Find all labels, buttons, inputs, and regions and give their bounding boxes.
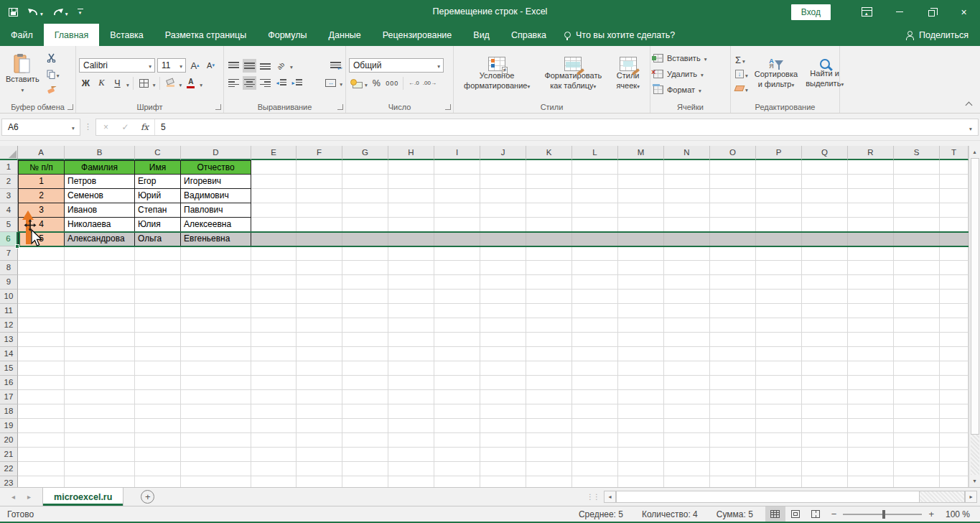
- cell-F6[interactable]: [297, 232, 342, 246]
- font-name-combo[interactable]: Calibri: [79, 58, 155, 73]
- cell-F7[interactable]: [297, 246, 342, 261]
- cell-H3[interactable]: [388, 189, 434, 203]
- selection-fill-handle[interactable]: [15, 244, 19, 249]
- column-header-D[interactable]: D: [181, 146, 251, 160]
- cell-N16[interactable]: [664, 376, 710, 390]
- vertical-scroll-thumb[interactable]: [971, 158, 979, 435]
- cell-Q12[interactable]: [802, 318, 848, 333]
- cell-I6[interactable]: [434, 232, 480, 246]
- scroll-right-arrow[interactable]: ▸: [965, 491, 977, 503]
- cell-E10[interactable]: [251, 290, 297, 304]
- cell-G4[interactable]: [342, 203, 388, 218]
- cell-N2[interactable]: [664, 175, 710, 189]
- cell-H5[interactable]: [388, 218, 434, 232]
- cell-C19[interactable]: [135, 419, 181, 433]
- cell-I12[interactable]: [434, 318, 480, 333]
- cell-N17[interactable]: [664, 390, 710, 404]
- cell-Q17[interactable]: [802, 390, 848, 404]
- cell-C8[interactable]: [135, 261, 181, 275]
- cell-D2[interactable]: Игоревич: [181, 175, 251, 189]
- cell-M17[interactable]: [618, 390, 664, 404]
- cell-A2[interactable]: 1: [18, 175, 65, 189]
- cell-T6[interactable]: [940, 232, 969, 246]
- cell-I3[interactable]: [434, 189, 480, 203]
- cell-B21[interactable]: [65, 448, 135, 462]
- cell-I10[interactable]: [434, 290, 480, 304]
- cell-L19[interactable]: [572, 419, 618, 433]
- cell-R17[interactable]: [848, 390, 894, 404]
- cell-R18[interactable]: [848, 404, 894, 419]
- cell-K3[interactable]: [526, 189, 572, 203]
- cell-H4[interactable]: [388, 203, 434, 218]
- cell-O10[interactable]: [710, 290, 756, 304]
- cell-Q21[interactable]: [802, 448, 848, 462]
- cell-B13[interactable]: [65, 333, 135, 347]
- cell-T23[interactable]: [940, 476, 969, 487]
- cell-M8[interactable]: [618, 261, 664, 275]
- borders-dropdown[interactable]: [153, 77, 156, 90]
- cell-D5[interactable]: Алексеевна: [181, 218, 251, 232]
- cell-Q1[interactable]: [802, 160, 848, 175]
- cell-S20[interactable]: [894, 433, 940, 448]
- cell-T8[interactable]: [940, 261, 969, 275]
- cell-J15[interactable]: [480, 361, 526, 376]
- cell-I11[interactable]: [434, 304, 480, 318]
- tab-formulas[interactable]: Формулы: [257, 24, 317, 46]
- cell-M13[interactable]: [618, 333, 664, 347]
- cell-A10[interactable]: [18, 290, 65, 304]
- cell-R14[interactable]: [848, 347, 894, 361]
- cell-M4[interactable]: [618, 203, 664, 218]
- copy-dropdown[interactable]: [57, 68, 60, 80]
- cell-J5[interactable]: [480, 218, 526, 232]
- cell-K9[interactable]: [526, 275, 572, 290]
- minimize-button[interactable]: [883, 0, 915, 24]
- cell-M9[interactable]: [618, 275, 664, 290]
- cell-K16[interactable]: [526, 376, 572, 390]
- cell-C12[interactable]: [135, 318, 181, 333]
- percent-button[interactable]: %: [370, 76, 383, 90]
- cell-D16[interactable]: [181, 376, 251, 390]
- cell-H19[interactable]: [388, 419, 434, 433]
- cell-F16[interactable]: [297, 376, 342, 390]
- cell-G6[interactable]: [342, 232, 388, 246]
- row-header-1[interactable]: 1: [0, 160, 18, 175]
- cell-E1[interactable]: [251, 160, 297, 175]
- cell-I15[interactable]: [434, 361, 480, 376]
- paste-button[interactable]: Вставить: [3, 48, 42, 100]
- cell-S16[interactable]: [894, 376, 940, 390]
- cell-E16[interactable]: [251, 376, 297, 390]
- cell-J3[interactable]: [480, 189, 526, 203]
- cell-H21[interactable]: [388, 448, 434, 462]
- cell-R4[interactable]: [848, 203, 894, 218]
- cell-T5[interactable]: [940, 218, 969, 232]
- cell-O3[interactable]: [710, 189, 756, 203]
- cell-I14[interactable]: [434, 347, 480, 361]
- delete-cells-button[interactable]: Удалить: [653, 66, 727, 82]
- cell-A12[interactable]: [18, 318, 65, 333]
- page-layout-view-button[interactable]: [785, 506, 806, 522]
- cell-B8[interactable]: [65, 261, 135, 275]
- accounting-format-dropdown[interactable]: [365, 77, 368, 90]
- row-header-22[interactable]: 22: [0, 462, 18, 476]
- font-color-dropdown[interactable]: [200, 77, 202, 90]
- cell-C16[interactable]: [135, 376, 181, 390]
- cell-E15[interactable]: [251, 361, 297, 376]
- cell-G9[interactable]: [342, 275, 388, 290]
- cell-A16[interactable]: [18, 376, 65, 390]
- tab-home[interactable]: Главная: [44, 24, 100, 46]
- cell-S19[interactable]: [894, 419, 940, 433]
- cell-P18[interactable]: [756, 404, 802, 419]
- tab-bar-splitter[interactable]: ⋮⋮: [587, 493, 599, 501]
- scroll-down-arrow[interactable]: ▾: [969, 475, 980, 487]
- cell-D6[interactable]: Евгеньевна: [181, 232, 251, 246]
- number-dialog-launcher[interactable]: [445, 104, 451, 110]
- cell-G8[interactable]: [342, 261, 388, 275]
- zoom-in-button[interactable]: +: [928, 509, 934, 519]
- cell-Q9[interactable]: [802, 275, 848, 290]
- cell-P16[interactable]: [756, 376, 802, 390]
- sign-in-button[interactable]: Вход: [791, 4, 831, 20]
- cell-F13[interactable]: [297, 333, 342, 347]
- cell-R23[interactable]: [848, 476, 894, 487]
- zoom-level[interactable]: 100 %: [940, 509, 970, 519]
- cell-A15[interactable]: [18, 361, 65, 376]
